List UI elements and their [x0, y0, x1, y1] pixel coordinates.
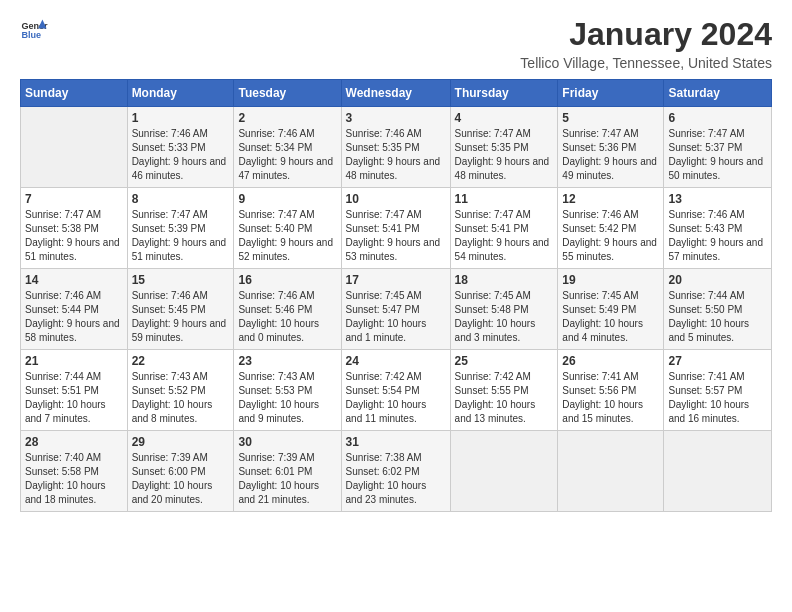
weekday-header-wednesday: Wednesday	[341, 80, 450, 107]
week-row-1: 1Sunrise: 7:46 AMSunset: 5:33 PMDaylight…	[21, 107, 772, 188]
day-cell	[558, 431, 664, 512]
day-detail: Sunrise: 7:44 AMSunset: 5:51 PMDaylight:…	[25, 370, 123, 426]
day-detail: Sunrise: 7:46 AMSunset: 5:35 PMDaylight:…	[346, 127, 446, 183]
day-cell: 21Sunrise: 7:44 AMSunset: 5:51 PMDayligh…	[21, 350, 128, 431]
day-cell: 6Sunrise: 7:47 AMSunset: 5:37 PMDaylight…	[664, 107, 772, 188]
day-cell: 19Sunrise: 7:45 AMSunset: 5:49 PMDayligh…	[558, 269, 664, 350]
day-detail: Sunrise: 7:38 AMSunset: 6:02 PMDaylight:…	[346, 451, 446, 507]
logo-icon: General Blue	[20, 16, 48, 44]
page-container: General Blue January 2024 Tellico Villag…	[0, 0, 792, 522]
day-cell: 16Sunrise: 7:46 AMSunset: 5:46 PMDayligh…	[234, 269, 341, 350]
day-number: 25	[455, 354, 554, 368]
day-number: 18	[455, 273, 554, 287]
day-number: 29	[132, 435, 230, 449]
weekday-header-friday: Friday	[558, 80, 664, 107]
header-area: General Blue January 2024 Tellico Villag…	[20, 16, 772, 71]
day-number: 12	[562, 192, 659, 206]
day-detail: Sunrise: 7:47 AMSunset: 5:39 PMDaylight:…	[132, 208, 230, 264]
day-number: 11	[455, 192, 554, 206]
day-detail: Sunrise: 7:45 AMSunset: 5:49 PMDaylight:…	[562, 289, 659, 345]
weekday-header-row: SundayMondayTuesdayWednesdayThursdayFrid…	[21, 80, 772, 107]
logo: General Blue	[20, 16, 48, 44]
week-row-2: 7Sunrise: 7:47 AMSunset: 5:38 PMDaylight…	[21, 188, 772, 269]
day-number: 14	[25, 273, 123, 287]
day-detail: Sunrise: 7:47 AMSunset: 5:38 PMDaylight:…	[25, 208, 123, 264]
day-number: 15	[132, 273, 230, 287]
day-cell: 15Sunrise: 7:46 AMSunset: 5:45 PMDayligh…	[127, 269, 234, 350]
day-number: 7	[25, 192, 123, 206]
day-cell: 13Sunrise: 7:46 AMSunset: 5:43 PMDayligh…	[664, 188, 772, 269]
day-number: 28	[25, 435, 123, 449]
day-number: 2	[238, 111, 336, 125]
day-detail: Sunrise: 7:43 AMSunset: 5:52 PMDaylight:…	[132, 370, 230, 426]
day-cell: 31Sunrise: 7:38 AMSunset: 6:02 PMDayligh…	[341, 431, 450, 512]
day-number: 4	[455, 111, 554, 125]
day-number: 9	[238, 192, 336, 206]
weekday-header-tuesday: Tuesday	[234, 80, 341, 107]
day-cell: 28Sunrise: 7:40 AMSunset: 5:58 PMDayligh…	[21, 431, 128, 512]
week-row-4: 21Sunrise: 7:44 AMSunset: 5:51 PMDayligh…	[21, 350, 772, 431]
day-cell: 2Sunrise: 7:46 AMSunset: 5:34 PMDaylight…	[234, 107, 341, 188]
day-detail: Sunrise: 7:41 AMSunset: 5:57 PMDaylight:…	[668, 370, 767, 426]
day-cell: 14Sunrise: 7:46 AMSunset: 5:44 PMDayligh…	[21, 269, 128, 350]
day-number: 23	[238, 354, 336, 368]
day-number: 1	[132, 111, 230, 125]
day-detail: Sunrise: 7:44 AMSunset: 5:50 PMDaylight:…	[668, 289, 767, 345]
day-number: 31	[346, 435, 446, 449]
day-detail: Sunrise: 7:46 AMSunset: 5:43 PMDaylight:…	[668, 208, 767, 264]
day-cell	[450, 431, 558, 512]
day-cell: 8Sunrise: 7:47 AMSunset: 5:39 PMDaylight…	[127, 188, 234, 269]
day-cell: 29Sunrise: 7:39 AMSunset: 6:00 PMDayligh…	[127, 431, 234, 512]
day-cell: 4Sunrise: 7:47 AMSunset: 5:35 PMDaylight…	[450, 107, 558, 188]
day-detail: Sunrise: 7:47 AMSunset: 5:41 PMDaylight:…	[346, 208, 446, 264]
day-cell: 20Sunrise: 7:44 AMSunset: 5:50 PMDayligh…	[664, 269, 772, 350]
day-number: 17	[346, 273, 446, 287]
day-detail: Sunrise: 7:41 AMSunset: 5:56 PMDaylight:…	[562, 370, 659, 426]
day-cell	[21, 107, 128, 188]
day-cell: 26Sunrise: 7:41 AMSunset: 5:56 PMDayligh…	[558, 350, 664, 431]
weekday-header-thursday: Thursday	[450, 80, 558, 107]
day-detail: Sunrise: 7:47 AMSunset: 5:41 PMDaylight:…	[455, 208, 554, 264]
day-number: 24	[346, 354, 446, 368]
day-detail: Sunrise: 7:47 AMSunset: 5:40 PMDaylight:…	[238, 208, 336, 264]
day-number: 30	[238, 435, 336, 449]
calendar-table: SundayMondayTuesdayWednesdayThursdayFrid…	[20, 79, 772, 512]
day-number: 22	[132, 354, 230, 368]
day-cell: 3Sunrise: 7:46 AMSunset: 5:35 PMDaylight…	[341, 107, 450, 188]
day-number: 10	[346, 192, 446, 206]
svg-text:Blue: Blue	[21, 30, 41, 40]
day-cell: 24Sunrise: 7:42 AMSunset: 5:54 PMDayligh…	[341, 350, 450, 431]
day-detail: Sunrise: 7:40 AMSunset: 5:58 PMDaylight:…	[25, 451, 123, 507]
day-number: 6	[668, 111, 767, 125]
subtitle: Tellico Village, Tennessee, United State…	[520, 55, 772, 71]
day-cell: 11Sunrise: 7:47 AMSunset: 5:41 PMDayligh…	[450, 188, 558, 269]
week-row-5: 28Sunrise: 7:40 AMSunset: 5:58 PMDayligh…	[21, 431, 772, 512]
day-cell: 12Sunrise: 7:46 AMSunset: 5:42 PMDayligh…	[558, 188, 664, 269]
day-detail: Sunrise: 7:46 AMSunset: 5:42 PMDaylight:…	[562, 208, 659, 264]
day-cell: 5Sunrise: 7:47 AMSunset: 5:36 PMDaylight…	[558, 107, 664, 188]
day-number: 5	[562, 111, 659, 125]
weekday-header-sunday: Sunday	[21, 80, 128, 107]
day-cell: 10Sunrise: 7:47 AMSunset: 5:41 PMDayligh…	[341, 188, 450, 269]
day-detail: Sunrise: 7:46 AMSunset: 5:44 PMDaylight:…	[25, 289, 123, 345]
day-number: 8	[132, 192, 230, 206]
day-number: 21	[25, 354, 123, 368]
day-cell: 30Sunrise: 7:39 AMSunset: 6:01 PMDayligh…	[234, 431, 341, 512]
day-number: 20	[668, 273, 767, 287]
week-row-3: 14Sunrise: 7:46 AMSunset: 5:44 PMDayligh…	[21, 269, 772, 350]
day-number: 13	[668, 192, 767, 206]
day-number: 16	[238, 273, 336, 287]
day-number: 26	[562, 354, 659, 368]
weekday-header-monday: Monday	[127, 80, 234, 107]
day-detail: Sunrise: 7:39 AMSunset: 6:01 PMDaylight:…	[238, 451, 336, 507]
day-detail: Sunrise: 7:43 AMSunset: 5:53 PMDaylight:…	[238, 370, 336, 426]
title-area: January 2024 Tellico Village, Tennessee,…	[520, 16, 772, 71]
day-detail: Sunrise: 7:47 AMSunset: 5:35 PMDaylight:…	[455, 127, 554, 183]
day-detail: Sunrise: 7:46 AMSunset: 5:46 PMDaylight:…	[238, 289, 336, 345]
day-detail: Sunrise: 7:46 AMSunset: 5:33 PMDaylight:…	[132, 127, 230, 183]
day-cell: 23Sunrise: 7:43 AMSunset: 5:53 PMDayligh…	[234, 350, 341, 431]
day-cell	[664, 431, 772, 512]
day-cell: 22Sunrise: 7:43 AMSunset: 5:52 PMDayligh…	[127, 350, 234, 431]
day-cell: 25Sunrise: 7:42 AMSunset: 5:55 PMDayligh…	[450, 350, 558, 431]
day-cell: 27Sunrise: 7:41 AMSunset: 5:57 PMDayligh…	[664, 350, 772, 431]
